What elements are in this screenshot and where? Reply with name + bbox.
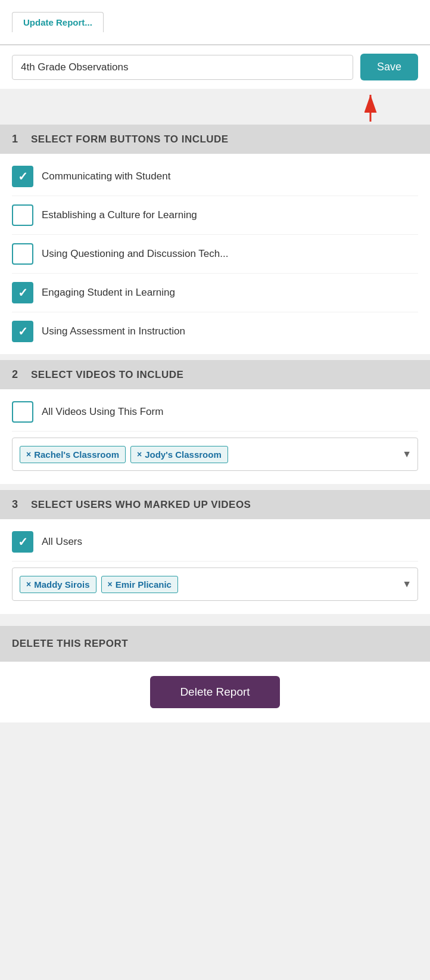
spacer3: [0, 614, 430, 620]
tag-emir[interactable]: × Emir Plicanic: [101, 576, 178, 593]
checkbox-all-videos[interactable]: [12, 401, 33, 423]
spacer2: [0, 484, 430, 490]
section3-content: All Users × Maddy Sirois × Emir Plicanic…: [0, 519, 430, 614]
header-area: Update Report...: [0, 0, 430, 45]
section3-header: 3 SELECT USERS WHO MARKED UP VIDEOS: [0, 490, 430, 519]
tab-row: Update Report...: [12, 12, 418, 32]
section2-header: 2 SELECT VIDEOS TO INCLUDE: [0, 360, 430, 389]
arrow-svg: [347, 89, 394, 125]
tag-maddy[interactable]: × Maddy Sirois: [20, 576, 96, 593]
users-multiselect[interactable]: × Maddy Sirois × Emir Plicanic ▼: [12, 567, 418, 601]
tag-jodys-label: Jody's Classroom: [145, 449, 222, 460]
report-title-input[interactable]: [12, 55, 353, 80]
section3-title: SELECT USERS WHO MARKED UP VIDEOS: [31, 499, 251, 511]
checkbox-label-engaging: Engaging Student in Learning: [42, 287, 175, 299]
tag-emir-label: Emir Plicanic: [116, 579, 172, 590]
delete-button-area: Delete Report: [0, 662, 430, 722]
checkbox-item-engaging: Engaging Student in Learning: [12, 274, 418, 312]
checkbox-item-questioning: Using Questioning and Discussion Tech...: [12, 235, 418, 274]
section2-content: All Videos Using This Form × Rachel's Cl…: [0, 389, 430, 484]
section2-title: SELECT VIDEOS TO INCLUDE: [31, 369, 183, 381]
checkbox-label-communicating: Communicating with Student: [42, 170, 170, 182]
delete-section: DELETE THIS REPORT: [0, 626, 430, 662]
checkbox-establishing[interactable]: [12, 204, 33, 226]
users-dropdown-arrow[interactable]: ▼: [402, 579, 412, 590]
checkbox-label-all-users: All Users: [42, 536, 82, 548]
videos-dropdown-arrow[interactable]: ▼: [402, 449, 412, 460]
checkbox-assessment[interactable]: [12, 321, 33, 342]
delete-report-button[interactable]: Delete Report: [150, 676, 279, 708]
checkbox-item-establishing: Establishing a Culture for Learning: [12, 196, 418, 235]
videos-multiselect[interactable]: × Rachel's Classroom × Jody's Classroom …: [12, 438, 418, 471]
tag-maddy-label: Maddy Sirois: [34, 579, 89, 590]
checkbox-label-assessment: Using Assessment in Instruction: [42, 325, 185, 337]
input-save-row: Save: [0, 45, 430, 89]
section3-number: 3: [12, 498, 24, 511]
tag-maddy-remove[interactable]: ×: [26, 579, 31, 589]
checkbox-label-all-videos: All Videos Using This Form: [42, 406, 163, 418]
checkbox-all-users[interactable]: [12, 531, 33, 553]
arrow-annotation: [0, 89, 430, 125]
checkbox-questioning[interactable]: [12, 243, 33, 265]
checkbox-item-all-users: All Users: [12, 523, 418, 562]
page-container: Update Report... Save 1 SELECT FORM BUTT…: [0, 0, 430, 980]
checkbox-label-questioning: Using Questioning and Discussion Tech...: [42, 248, 228, 260]
tag-jodys-remove[interactable]: ×: [137, 449, 142, 459]
checkbox-engaging[interactable]: [12, 282, 33, 303]
section2-number: 2: [12, 368, 24, 381]
tag-jodys[interactable]: × Jody's Classroom: [130, 446, 228, 463]
section1-number: 1: [12, 133, 24, 145]
checkbox-item-all-videos: All Videos Using This Form: [12, 393, 418, 432]
section1-header: 1 SELECT FORM BUTTONS TO INCLUDE: [0, 125, 430, 154]
checkbox-item-assessment: Using Assessment in Instruction: [12, 312, 418, 351]
tag-emir-remove[interactable]: ×: [108, 579, 113, 589]
checkbox-communicating[interactable]: [12, 166, 33, 187]
section1-title: SELECT FORM BUTTONS TO INCLUDE: [31, 134, 229, 145]
checkbox-label-establishing: Establishing a Culture for Learning: [42, 209, 197, 221]
checkbox-item-communicating: Communicating with Student: [12, 157, 418, 196]
delete-section-title: DELETE THIS REPORT: [12, 638, 128, 649]
spacer1: [0, 354, 430, 360]
section1-checkbox-list: Communicating with Student Establishing …: [0, 154, 430, 354]
tag-rachels[interactable]: × Rachel's Classroom: [20, 446, 126, 463]
update-report-tab[interactable]: Update Report...: [12, 12, 104, 32]
tag-rachels-label: Rachel's Classroom: [34, 449, 119, 460]
save-button[interactable]: Save: [360, 54, 418, 80]
tag-rachels-remove[interactable]: ×: [26, 449, 31, 459]
